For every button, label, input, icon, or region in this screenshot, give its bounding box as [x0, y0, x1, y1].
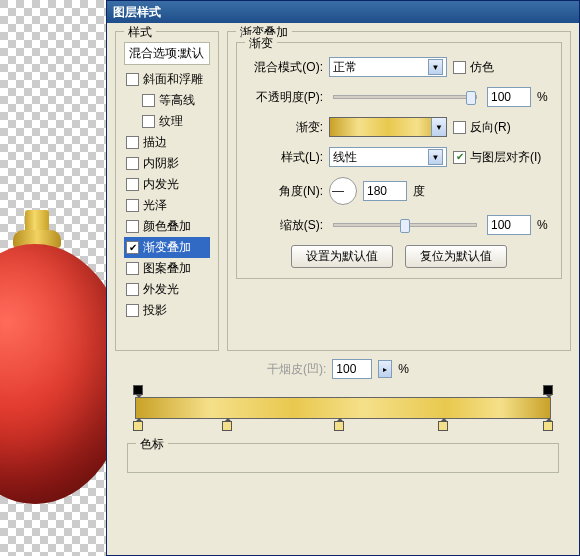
blend-mode-select[interactable]: 正常 ▼: [329, 57, 447, 77]
color-stop[interactable]: [222, 421, 232, 431]
style-label: 纹理: [159, 113, 183, 130]
style-checkbox[interactable]: [126, 73, 139, 86]
style-item-光泽[interactable]: 光泽: [124, 195, 210, 216]
gradient-editor-area: 干烟皮(凹): 100 ▸ % 色标: [115, 359, 571, 473]
angle-dial[interactable]: [329, 177, 357, 205]
style-checkbox[interactable]: [126, 262, 139, 275]
stepper-icon[interactable]: ▸: [378, 360, 392, 378]
style-item-纹理[interactable]: 纹理: [124, 111, 210, 132]
cut-label: 干烟皮(凹):: [267, 361, 326, 378]
style-item-外发光[interactable]: 外发光: [124, 279, 210, 300]
style-item-颜色叠加[interactable]: 颜色叠加: [124, 216, 210, 237]
style-label: 内发光: [143, 176, 179, 193]
chevron-down-icon: ▼: [428, 149, 443, 165]
color-stop[interactable]: [543, 421, 553, 431]
dialog-title: 图层样式: [113, 4, 161, 21]
dialog-titlebar[interactable]: 图层样式: [107, 1, 579, 23]
style-item-内阴影[interactable]: 内阴影: [124, 153, 210, 174]
style-value: 线性: [333, 149, 357, 166]
style-label: 外发光: [143, 281, 179, 298]
dither-label: 仿色: [470, 59, 494, 76]
opacity-slider[interactable]: [333, 95, 477, 99]
opacity-input[interactable]: 100: [487, 87, 531, 107]
style-label: 颜色叠加: [143, 218, 191, 235]
angle-input[interactable]: 180: [363, 181, 407, 201]
blend-mode-label: 混合模式(O):: [247, 59, 323, 76]
gradient-overlay-group: 渐变叠加 渐变 混合模式(O): 正常 ▼ 仿色: [227, 31, 571, 351]
style-checkbox[interactable]: [142, 94, 155, 107]
colorstop-group: 色标: [127, 443, 559, 473]
styles-group: 样式 混合选项:默认 斜面和浮雕等高线纹理描边内阴影内发光光泽颜色叠加✔渐变叠加…: [115, 31, 219, 351]
style-item-渐变叠加[interactable]: ✔渐变叠加: [124, 237, 210, 258]
style-item-内发光[interactable]: 内发光: [124, 174, 210, 195]
set-default-button[interactable]: 设置为默认值: [291, 245, 393, 268]
gradient-label: 渐变:: [247, 119, 323, 136]
style-label: 样式(L):: [247, 149, 323, 166]
opacity-stop[interactable]: [133, 385, 143, 395]
gradient-inner-group: 渐变 混合模式(O): 正常 ▼ 仿色 不透明度(P):: [236, 42, 562, 279]
blend-mode-value: 正常: [333, 59, 357, 76]
chevron-down-icon: ▼: [428, 59, 443, 75]
chevron-down-icon[interactable]: ▼: [431, 118, 446, 136]
style-label: 图案叠加: [143, 260, 191, 277]
scale-label: 缩放(S):: [247, 217, 323, 234]
style-checkbox[interactable]: [126, 136, 139, 149]
angle-label: 角度(N):: [247, 183, 323, 200]
style-label: 光泽: [143, 197, 167, 214]
style-label: 斜面和浮雕: [143, 71, 203, 88]
color-stop[interactable]: [133, 421, 143, 431]
style-checkbox[interactable]: [126, 304, 139, 317]
dither-checkbox[interactable]: [453, 61, 466, 74]
scale-input[interactable]: 100: [487, 215, 531, 235]
style-item-等高线[interactable]: 等高线: [124, 90, 210, 111]
gradient-swatch[interactable]: ▼: [329, 117, 447, 137]
color-stop[interactable]: [334, 421, 344, 431]
scale-slider[interactable]: [333, 223, 477, 227]
opacity-stop[interactable]: [543, 385, 553, 395]
style-checkbox[interactable]: [126, 220, 139, 233]
cut-input[interactable]: 100: [332, 359, 372, 379]
cut-unit: %: [398, 362, 409, 376]
align-checkbox[interactable]: ✔: [453, 151, 466, 164]
opacity-unit: %: [537, 90, 551, 104]
blend-options-header[interactable]: 混合选项:默认: [124, 42, 210, 65]
style-checkbox[interactable]: [126, 157, 139, 170]
style-label: 投影: [143, 302, 167, 319]
reset-default-button[interactable]: 复位为默认值: [405, 245, 507, 268]
align-label: 与图层对齐(I): [470, 149, 541, 166]
style-item-描边[interactable]: 描边: [124, 132, 210, 153]
style-checkbox[interactable]: [126, 178, 139, 191]
style-select[interactable]: 线性 ▼: [329, 147, 447, 167]
colorstop-label: 色标: [136, 436, 168, 453]
style-checkbox[interactable]: [142, 115, 155, 128]
reverse-checkbox[interactable]: [453, 121, 466, 134]
angle-unit: 度: [413, 183, 425, 200]
style-label: 等高线: [159, 92, 195, 109]
styles-group-label: 样式: [124, 24, 156, 41]
gradient-editor[interactable]: [127, 385, 559, 431]
style-item-图案叠加[interactable]: 图案叠加: [124, 258, 210, 279]
style-checkbox[interactable]: [126, 199, 139, 212]
reverse-label: 反向(R): [470, 119, 511, 136]
style-label: 内阴影: [143, 155, 179, 172]
style-item-投影[interactable]: 投影: [124, 300, 210, 321]
style-checkbox[interactable]: [126, 283, 139, 296]
gradient-inner-label: 渐变: [245, 35, 277, 52]
style-item-斜面和浮雕[interactable]: 斜面和浮雕: [124, 69, 210, 90]
scale-unit: %: [537, 218, 551, 232]
style-label: 描边: [143, 134, 167, 151]
layer-style-dialog: 图层样式 样式 混合选项:默认 斜面和浮雕等高线纹理描边内阴影内发光光泽颜色叠加…: [106, 0, 580, 556]
opacity-label: 不透明度(P):: [247, 89, 323, 106]
color-stop[interactable]: [438, 421, 448, 431]
style-checkbox[interactable]: ✔: [126, 241, 139, 254]
style-label: 渐变叠加: [143, 239, 191, 256]
